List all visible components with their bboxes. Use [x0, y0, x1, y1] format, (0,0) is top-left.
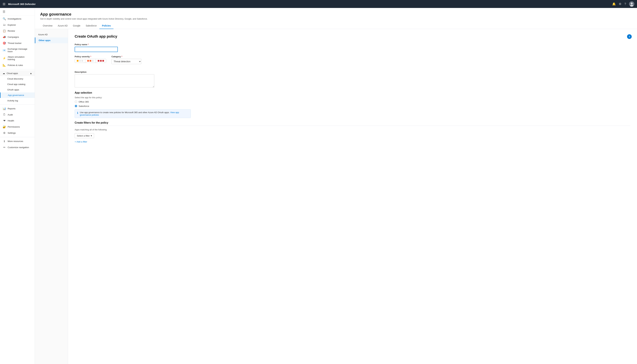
severity-low-button[interactable]: [75, 59, 85, 63]
policies-icon: 📐: [3, 64, 6, 67]
sidebar-item-threat-tracker[interactable]: 🎯 Threat tracker: [0, 40, 35, 46]
sidebar-group-cloud-apps[interactable]: ☁ Cloud apps ▲: [0, 70, 35, 76]
sidebar-collapse-button[interactable]: ☰: [0, 8, 35, 16]
sev-high-dot-3: [102, 60, 104, 62]
sidebar-item-audit[interactable]: 🗒 Audit: [0, 112, 35, 118]
sidebar-divider-1: [0, 69, 35, 70]
sidebar-item-activity-log[interactable]: Activity log: [0, 98, 35, 104]
policy-name-input[interactable]: [75, 47, 118, 52]
sidebar-label-customize-nav: Customize navigation: [8, 146, 29, 148]
tab-azure-ad[interactable]: Azure AD: [55, 23, 70, 29]
sidebar-item-more-resources[interactable]: ℹ More resources: [0, 138, 35, 144]
radio-group-app-selection: Office 365 Salesforce: [75, 100, 630, 107]
sev-low-dot-2: [79, 60, 81, 62]
sidebar-label-more-resources: More resources: [8, 140, 23, 142]
sidebar-item-settings[interactable]: ⚙ Settings: [0, 130, 35, 136]
sub-nav-item-other-apps[interactable]: Other apps: [35, 38, 68, 43]
sidebar-label-oauth-apps: OAuth apps: [7, 88, 19, 91]
sidebar-label-cloud-discovery: Cloud discovery: [7, 78, 23, 80]
page-title: App governance: [40, 12, 632, 16]
sidebar-item-reports[interactable]: 📊 Reports: [0, 106, 35, 112]
exchange-icon: 📧: [3, 49, 6, 52]
sidebar-item-policies-rules[interactable]: 📐 Policies & rules: [0, 62, 35, 68]
sidebar-item-oauth-apps[interactable]: OAuth apps: [0, 87, 35, 92]
sidebar-item-app-governance[interactable]: App governance: [0, 92, 35, 98]
description-textarea[interactable]: [75, 74, 154, 88]
explorer-icon: 🗂: [3, 23, 6, 26]
sidebar-item-campaigns[interactable]: 📣 Campaigns: [0, 34, 35, 40]
severity-high-button[interactable]: [96, 59, 106, 63]
form-area: ? Create OAuth app policy Policy name *: [68, 29, 637, 152]
sidebar-label-campaigns: Campaigns: [8, 36, 19, 38]
form-group-severity: Policy severity *: [75, 55, 106, 63]
campaigns-icon: 📣: [3, 36, 6, 38]
radio-item-salesforce[interactable]: Salesforce: [75, 105, 630, 107]
sidebar-item-review[interactable]: 📋 Review: [0, 28, 35, 34]
required-star-name: *: [88, 43, 89, 46]
sidebar-item-investigations[interactable]: 🔍 Investigations: [0, 16, 35, 22]
radio-office365[interactable]: [75, 100, 77, 103]
sidebar-item-attack-simulation[interactable]: ⚡ Attack simulation training: [0, 54, 35, 62]
sidebar-label-threat-tracker: Threat tracker: [8, 42, 22, 44]
sidebar-label-explorer: Explorer: [8, 24, 16, 26]
category-select[interactable]: Threat detection Compliance Access contr…: [111, 59, 141, 64]
radio-salesforce[interactable]: [75, 105, 77, 107]
help-icon[interactable]: ?: [624, 2, 626, 6]
cloud-apps-icon: ☁: [3, 72, 5, 74]
add-filter-button[interactable]: + Add a filter: [75, 140, 87, 143]
reports-icon: 📊: [3, 107, 6, 110]
form-group-category: Category * Threat detection Compliance A…: [111, 55, 141, 64]
tab-google[interactable]: Google: [70, 23, 83, 29]
sev-low-dot-1: [77, 60, 78, 62]
tabs: Overview Azure AD Google Salesforce Poli…: [40, 23, 632, 29]
sidebar-divider-3: [0, 137, 35, 137]
sidebar-label-policies-rules: Policies & rules: [8, 64, 23, 66]
tab-overview[interactable]: Overview: [40, 23, 55, 29]
select-filter-label: Select a filter: [77, 134, 90, 137]
sidebar-label-app-governance: App governance: [8, 94, 24, 96]
sidebar-item-customize-navigation[interactable]: ✏ Customize navigation: [0, 144, 35, 150]
form-group-policy-name: Policy name *: [75, 43, 630, 52]
health-icon: ❤: [3, 119, 6, 122]
add-filter-label: + Add a filter: [75, 140, 87, 143]
settings-icon[interactable]: ⚙: [619, 2, 621, 6]
sidebar-item-exchange-message-trace[interactable]: 📧 Exchange message trace: [0, 46, 35, 54]
sev-high-dot-1: [98, 60, 99, 62]
sidebar-item-health[interactable]: ❤ Health: [0, 118, 35, 124]
sidebar-item-cloud-discovery[interactable]: Cloud discovery: [0, 76, 35, 82]
form-group-description: Description: [75, 71, 630, 88]
sidebar-item-cloud-app-catalog[interactable]: Cloud app catalog: [0, 82, 35, 87]
form-wrapper: ? Create OAuth app policy Policy name *: [68, 29, 637, 364]
radio-label-salesforce: Salesforce: [79, 105, 89, 107]
waffle-icon[interactable]: ⊞: [3, 2, 6, 6]
select-filter-button[interactable]: Select a filter ▾: [75, 133, 94, 138]
page-subtitle: Get in-depth visibility and control over…: [40, 18, 632, 20]
audit-icon: 🗒: [3, 113, 6, 116]
tab-policies[interactable]: Policies: [99, 23, 113, 29]
help-button[interactable]: ?: [627, 34, 632, 39]
radio-label-office365: Office 365: [79, 100, 89, 103]
severity-medium-button[interactable]: [85, 59, 96, 63]
radio-item-office365[interactable]: Office 365: [75, 100, 630, 103]
filter-divider: [75, 126, 630, 126]
sidebar-item-explorer[interactable]: 🗂 Explorer: [0, 22, 35, 28]
description-label: Description: [75, 71, 630, 73]
policy-name-label: Policy name *: [75, 43, 630, 46]
info-box-text: Use app governance to create new policie…: [80, 111, 188, 116]
info-box: ℹ Use app governance to create new polic…: [75, 109, 191, 118]
chevron-down-icon: ▾: [91, 134, 92, 137]
topbar-icons: 🔔 ⚙ ?: [612, 1, 634, 7]
customize-nav-icon: ✏: [3, 146, 6, 149]
review-icon: 📋: [3, 29, 6, 32]
sidebar-label-attack-sim: Attack simulation training: [8, 56, 32, 61]
tab-salesforce[interactable]: Salesforce: [83, 23, 99, 29]
form-group-app-selection: App selection Select the app for this po…: [75, 91, 630, 118]
content-area: Azure AD Other apps ? Create OAuth app p…: [35, 29, 637, 364]
permissions-icon: 🔐: [3, 125, 6, 128]
sub-nav-item-azure-ad[interactable]: Azure AD: [35, 32, 68, 38]
form-title: Create OAuth app policy: [75, 34, 630, 38]
avatar[interactable]: [629, 1, 634, 7]
required-star-category: *: [121, 55, 122, 58]
notifications-icon[interactable]: 🔔: [612, 2, 616, 6]
sidebar-item-permissions[interactable]: 🔐 Permissions: [0, 124, 35, 130]
